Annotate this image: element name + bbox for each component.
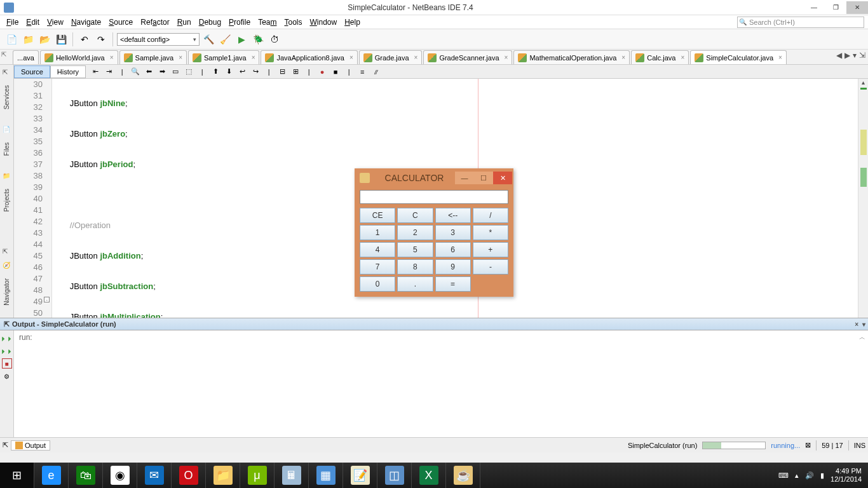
calc-maximize-button[interactable]: ☐ [474, 172, 493, 184]
clean-build-button[interactable]: 🧹 [217, 32, 233, 47]
comment-icon[interactable]: ⊟ [276, 66, 288, 78]
start-button[interactable]: ⊞ [0, 463, 34, 488]
restore-icon[interactable]: ⇱ [3, 69, 11, 78]
save-all-button[interactable]: 💾 [53, 32, 69, 47]
tab-grade[interactable]: Grade.java× [359, 50, 423, 64]
restore-icon[interactable]: ⇱ [3, 441, 8, 449]
tab-ava[interactable]: ...ava [13, 50, 39, 64]
calc-btn--[interactable]: - [473, 259, 508, 274]
calc-btn-3[interactable]: 3 [435, 225, 471, 240]
close-icon[interactable]: × [252, 54, 255, 61]
taskbar-chrome[interactable]: ◉ [103, 463, 137, 488]
settings-icon[interactable]: ⚙ [2, 371, 12, 381]
calc-btn-5[interactable]: 5 [397, 242, 433, 257]
tab-sample1[interactable]: Sample1.java× [188, 50, 260, 64]
menu-view[interactable]: View [43, 17, 67, 28]
network-icon[interactable]: ▮ [820, 471, 824, 480]
close-icon[interactable]: × [505, 54, 508, 61]
source-tab[interactable]: Source [14, 65, 50, 78]
tab-next-button[interactable]: ▶ [844, 51, 850, 60]
menu-tools[interactable]: Tools [280, 17, 306, 28]
calc-btn-CE[interactable]: CE [360, 208, 395, 223]
close-icon[interactable]: × [179, 54, 182, 61]
taskbar-explorer[interactable]: 📁 [206, 463, 240, 488]
calc-btn-2[interactable]: 2 [397, 225, 433, 240]
calc-btn-4[interactable]: 4 [360, 242, 395, 257]
fold-toggle[interactable]: - [44, 297, 50, 302]
prev-bookmark-icon[interactable]: ↩ [236, 66, 248, 78]
tab-simplecalc[interactable]: SimpleCalculator.java× [690, 50, 787, 64]
new-project-button[interactable]: 📁 [20, 32, 36, 47]
sidebar-navigator[interactable]: Navigator [3, 276, 11, 308]
tab-prev-button[interactable]: ◀ [836, 51, 842, 60]
error-stripe[interactable]: ▴ [858, 79, 868, 318]
taskbar-netbeans[interactable]: ◫ [377, 463, 412, 488]
taskbar-ie[interactable]: e [34, 463, 69, 488]
calc-minimize-button[interactable]: — [455, 172, 474, 184]
collapse-icon[interactable]: ︿ [859, 333, 865, 342]
maximize-button[interactable]: ❐ [825, 1, 846, 14]
close-icon[interactable]: × [110, 54, 114, 61]
shift-left-icon[interactable]: ⬆ [210, 66, 221, 78]
tab-sample[interactable]: Sample.java× [119, 50, 187, 64]
tab-gradescanner[interactable]: GradeScanner.java× [423, 50, 512, 64]
projects-icon[interactable]: 📁 [3, 172, 11, 181]
build-button[interactable]: 🔨 [201, 32, 216, 47]
redo-button[interactable]: ↷ [93, 32, 109, 47]
rerun-icon[interactable]: ⏵⏵ [2, 333, 12, 343]
search-input[interactable]: Search (Ctrl+I) [737, 17, 864, 28]
navigator-icon[interactable]: 🧭 [3, 262, 11, 271]
taskbar-opera[interactable]: O [172, 463, 206, 488]
taskbar-notepad[interactable]: 📝 [343, 463, 377, 488]
macro-record-icon[interactable]: ● [316, 66, 328, 78]
menu-profile[interactable]: Profile [225, 17, 254, 28]
calc-btn-.[interactable]: . [397, 276, 433, 292]
tab-list-button[interactable]: ▾ [853, 51, 857, 60]
calculator-window[interactable]: CALCULATOR — ☐ ✕ CEC<--/123*456+789-0.= [355, 168, 513, 297]
calc-btn-+[interactable]: + [473, 242, 508, 257]
toggle-rect-icon[interactable]: ⬚ [183, 66, 194, 78]
clock[interactable]: 4:49 PM 12/1/2014 [831, 467, 862, 484]
restore-icon[interactable]: ⇱ [3, 248, 11, 257]
keyboard-icon[interactable]: ⌨ [778, 471, 789, 480]
close-icon[interactable]: × [414, 54, 418, 61]
taskbar-app1[interactable]: ▦ [309, 463, 343, 488]
taskbar-calc[interactable]: 🖩 [275, 463, 309, 488]
find-sel-icon[interactable]: 🔍 [130, 66, 141, 78]
menu-help[interactable]: Help [341, 17, 364, 28]
stop-icon[interactable]: ■ [2, 358, 12, 369]
next-bookmark-icon[interactable]: ↪ [250, 66, 261, 78]
output-header[interactable]: ⇱ Output - SimpleCalculator (run) ×▾ [0, 318, 868, 330]
uncomment-icon[interactable]: ⊞ [290, 66, 301, 78]
calc-btn-C[interactable]: C [397, 208, 433, 223]
tray-up-icon[interactable]: ▴ [795, 471, 799, 480]
nav-back-icon[interactable]: ⇤ [90, 66, 101, 78]
sidebar-projects[interactable]: Projects [3, 186, 11, 214]
calc-btn-9[interactable]: 9 [435, 259, 471, 274]
calc-btn-7[interactable]: 7 [360, 259, 395, 274]
menu-run[interactable]: Run [173, 17, 195, 28]
tab-helloworld[interactable]: HelloWorld.java× [40, 50, 118, 64]
output-tab-button[interactable]: Output [11, 440, 50, 451]
tab-mathop[interactable]: MathematicalOperation.java× [513, 50, 630, 64]
close-icon[interactable]: × [855, 321, 858, 328]
volume-icon[interactable]: 🔊 [805, 471, 814, 480]
toggle-highlight-icon[interactable]: ▭ [170, 66, 181, 78]
find-prev-icon[interactable]: ⬅ [143, 66, 154, 78]
find-next-icon[interactable]: ➡ [156, 66, 168, 78]
taskbar-mail[interactable]: ✉ [137, 463, 172, 488]
tab-max-button[interactable]: ⇲ [859, 51, 865, 60]
menu-source[interactable]: Source [105, 17, 137, 28]
rerun2-icon[interactable]: ⏵⏵ [2, 346, 12, 356]
menu-navigate[interactable]: Navigate [67, 17, 105, 28]
calc-btn-=[interactable]: = [435, 276, 471, 292]
calc-btn-/[interactable]: / [473, 208, 508, 223]
calc-btn-<--[interactable]: <-- [435, 208, 471, 223]
sidebar-files[interactable]: Files [3, 140, 11, 158]
taskbar-store[interactable]: 🛍 [69, 463, 103, 488]
sidebar-services[interactable]: Services [3, 83, 11, 112]
menu-refactor[interactable]: Refactor [137, 17, 173, 28]
files-icon[interactable]: 📄 [3, 126, 11, 135]
calc-titlebar[interactable]: CALCULATOR — ☐ ✕ [356, 170, 512, 186]
shift-right-icon[interactable]: ⬇ [223, 66, 234, 78]
